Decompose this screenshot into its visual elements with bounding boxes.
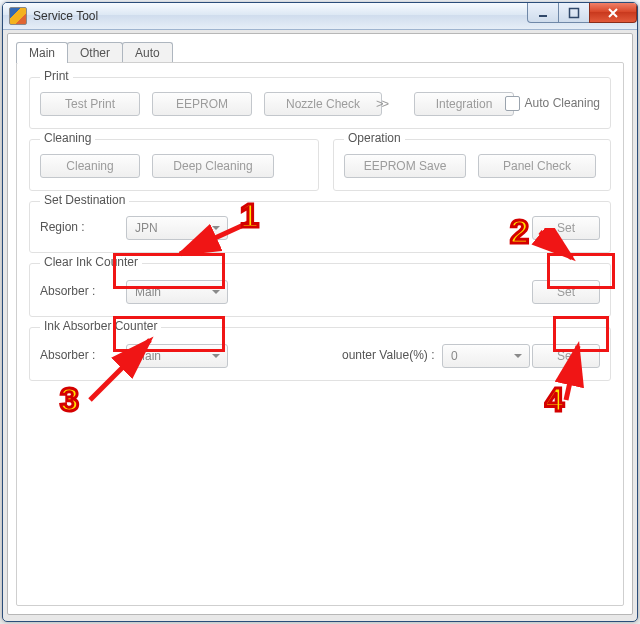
counter-value-combo[interactable]: 0 <box>442 344 530 368</box>
maximize-button[interactable] <box>558 3 590 23</box>
clear-absorber-combo[interactable]: Main <box>126 280 228 304</box>
nozzle-check-button[interactable]: Nozzle Check <box>264 92 382 116</box>
test-print-button[interactable]: Test Print <box>40 92 140 116</box>
clear-absorber-label: Absorber : <box>40 284 95 298</box>
group-operation-legend: Operation <box>344 131 405 145</box>
deep-cleaning-button[interactable]: Deep Cleaning <box>152 154 274 178</box>
dest-set-button[interactable]: Set <box>532 216 600 240</box>
cleaning-button[interactable]: Cleaning <box>40 154 140 178</box>
group-dest-legend: Set Destination <box>40 193 129 207</box>
group-print: Print Test Print EEPROM Nozzle Check >> … <box>29 77 611 129</box>
titlebar[interactable]: Service Tool <box>3 3 637 30</box>
window-title: Service Tool <box>33 9 98 23</box>
region-label: Region : <box>40 220 85 234</box>
minimize-button[interactable] <box>527 3 559 23</box>
group-set-destination: Set Destination Region : JPN Set <box>29 201 611 253</box>
group-print-legend: Print <box>40 69 73 83</box>
chevron-right-icon: >> <box>376 96 387 111</box>
group-clear-ink-counter: Clear Ink Counter Absorber : Main Set <box>29 263 611 317</box>
abs-absorber-combo[interactable]: Main <box>126 344 228 368</box>
abs-set-button[interactable]: Set <box>532 344 600 368</box>
tabpanel-main: Print Test Print EEPROM Nozzle Check >> … <box>16 62 624 606</box>
abs-absorber-label: Absorber : <box>40 348 95 362</box>
tab-auto[interactable]: Auto <box>122 42 173 63</box>
svg-rect-0 <box>539 15 547 17</box>
group-cleaning: Cleaning Cleaning Deep Cleaning <box>29 139 319 191</box>
group-operation: Operation EEPROM Save Panel Check <box>333 139 611 191</box>
group-cleaning-legend: Cleaning <box>40 131 95 145</box>
panel-check-button[interactable]: Panel Check <box>478 154 596 178</box>
eeprom-save-button[interactable]: EEPROM Save <box>344 154 466 178</box>
eeprom-button[interactable]: EEPROM <box>152 92 252 116</box>
clear-set-button[interactable]: Set <box>532 280 600 304</box>
counter-value-label: ounter Value(%) : <box>342 348 435 362</box>
close-button[interactable] <box>589 3 637 23</box>
tab-other[interactable]: Other <box>67 42 123 63</box>
group-abs-legend: Ink Absorber Counter <box>40 319 161 333</box>
svg-rect-1 <box>570 8 579 17</box>
app-icon <box>9 7 27 25</box>
group-ink-absorber-counter: Ink Absorber Counter Absorber : Main oun… <box>29 327 611 381</box>
region-combo[interactable]: JPN <box>126 216 228 240</box>
checkbox-icon <box>505 96 520 111</box>
auto-cleaning-checkbox[interactable]: Auto Cleaning <box>505 96 600 111</box>
client-area: Main Other Auto Print Test Print EEPROM … <box>7 33 633 615</box>
group-clear-legend: Clear Ink Counter <box>40 255 142 269</box>
integration-button[interactable]: Integration <box>414 92 514 116</box>
window-frame: Service Tool Main Other Auto <box>2 2 638 622</box>
tab-main[interactable]: Main <box>16 42 68 63</box>
tabstrip: Main Other Auto <box>16 42 172 63</box>
